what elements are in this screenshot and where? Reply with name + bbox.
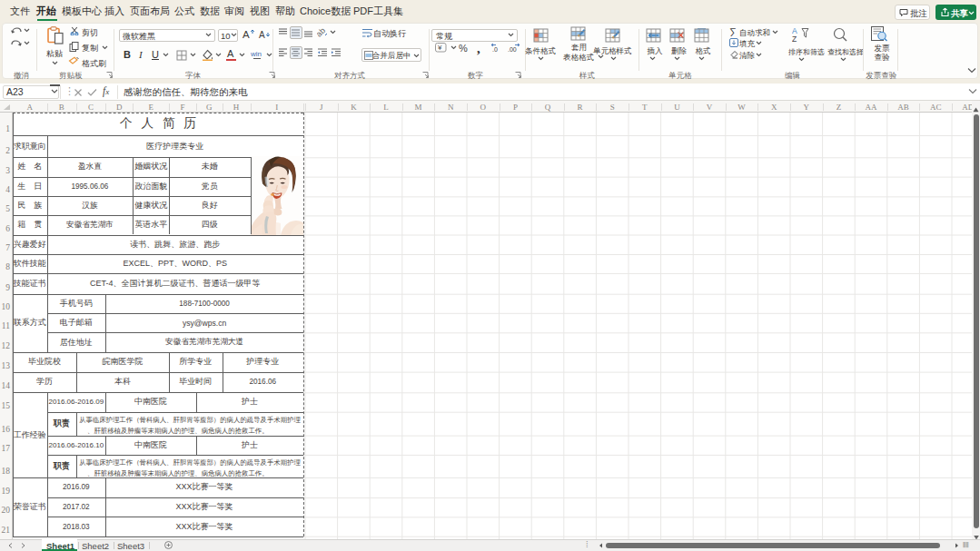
svg-text:.00: .00: [508, 46, 517, 53]
svg-text:.0: .0: [492, 46, 498, 53]
svg-text:Z: Z: [792, 34, 797, 43]
svg-text:¥: ¥: [437, 44, 442, 52]
svg-text:ab: ab: [317, 27, 327, 37]
svg-text:∑: ∑: [729, 26, 737, 36]
svg-text:win: win: [251, 50, 262, 58]
